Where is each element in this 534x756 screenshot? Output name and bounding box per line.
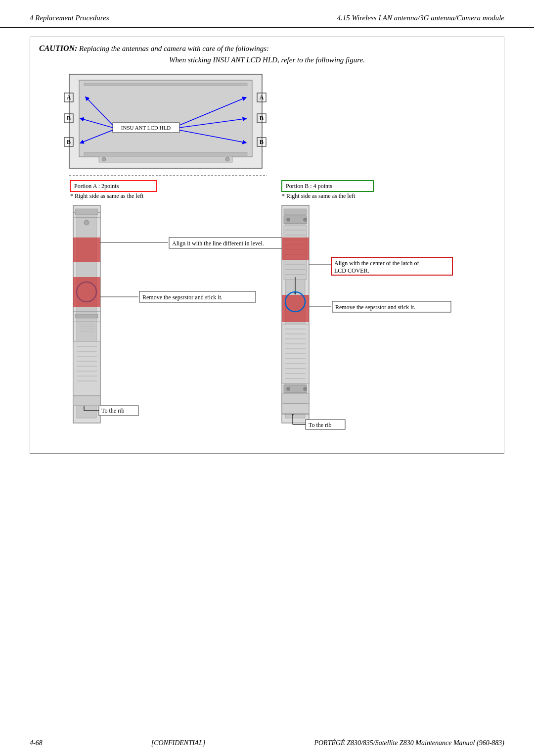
caution-title: CAUTION: (39, 44, 77, 52)
page: 4 Replacement Procedures 4.15 Wireless L… (0, 0, 534, 756)
svg-rect-74 (284, 209, 307, 215)
svg-point-114 (287, 387, 290, 391)
svg-text:Remove the sepsrstor and stick: Remove the sepsrstor and stick it. (142, 294, 222, 301)
caution-line1: CAUTION: Replacing the antennas and came… (39, 44, 495, 53)
svg-text:Align with the center of the l: Align with the center of the latch of (334, 260, 419, 267)
caution-subtitle: When sticking INSU ANT LCD HLD, refer to… (39, 56, 495, 64)
svg-rect-39 (75, 209, 98, 215)
svg-text:B: B (67, 115, 71, 122)
svg-text:A: A (260, 94, 264, 101)
footer-confidential: [CONFIDENTIAL] (151, 739, 206, 747)
svg-point-40 (84, 220, 89, 225)
main-content: CAUTION: Replacing the antennas and came… (0, 37, 534, 598)
svg-rect-46 (73, 277, 100, 307)
svg-point-77 (304, 218, 307, 222)
page-header: 4 Replacement Procedures 4.15 Wireless L… (0, 0, 534, 28)
svg-point-7 (225, 157, 229, 161)
svg-rect-5 (99, 156, 232, 162)
svg-text:B: B (260, 139, 264, 145)
svg-text:To the rib: To the rib (101, 407, 124, 414)
svg-point-115 (304, 387, 307, 391)
svg-rect-51 (75, 314, 98, 318)
svg-point-6 (102, 157, 106, 161)
svg-rect-62 (73, 341, 100, 396)
footer-manual: PORTÉGÉ Z830/835/Satellite Z830 Maintena… (314, 739, 504, 747)
svg-rect-117 (282, 404, 309, 414)
svg-rect-1 (79, 80, 252, 157)
page-spacer (0, 598, 534, 733)
svg-text:* Right side as same as the le: * Right side as same as the left (282, 192, 356, 199)
footer-page: 4-68 (30, 739, 43, 747)
caution-text: Replacing the antennas and camera with c… (79, 45, 269, 52)
svg-rect-71 (73, 396, 100, 406)
svg-rect-41 (73, 237, 100, 262)
svg-text:To the rib: To the rib (309, 422, 331, 428)
svg-rect-116 (282, 393, 309, 403)
svg-rect-4 (84, 152, 247, 155)
svg-point-76 (287, 218, 290, 222)
svg-text:Portion A : 2points: Portion A : 2points (74, 183, 119, 189)
svg-rect-3 (84, 83, 247, 86)
main-diagram-svg: INSU ANT LCD HLD A A (40, 69, 494, 445)
svg-text:Portion B : 4 points: Portion B : 4 points (286, 183, 332, 189)
svg-text:A: A (67, 94, 71, 101)
header-left: 4 Replacement Procedures (30, 14, 109, 22)
svg-text:B: B (67, 139, 71, 145)
svg-rect-89 (282, 237, 309, 260)
svg-text:INSU ANT LCD HLD: INSU ANT LCD HLD (121, 125, 171, 131)
svg-text:LCD COVER.: LCD COVER. (334, 267, 369, 274)
svg-text:B: B (260, 115, 264, 122)
svg-text:Align it with the line differe: Align it with the line different in leve… (172, 240, 264, 247)
page-footer: 4-68 [CONFIDENTIAL] PORTÉGÉ Z830/835/Sat… (0, 733, 534, 756)
caution-box: CAUTION: Replacing the antennas and came… (30, 37, 504, 454)
svg-text:Remove the sepsrstor and stick: Remove the sepsrstor and stick it. (335, 304, 415, 311)
svg-text:* Right side as same as the le: * Right side as same as the left (70, 192, 144, 199)
header-right: 4.15 Wireless LAN antenna/3G antenna/Cam… (337, 14, 504, 22)
